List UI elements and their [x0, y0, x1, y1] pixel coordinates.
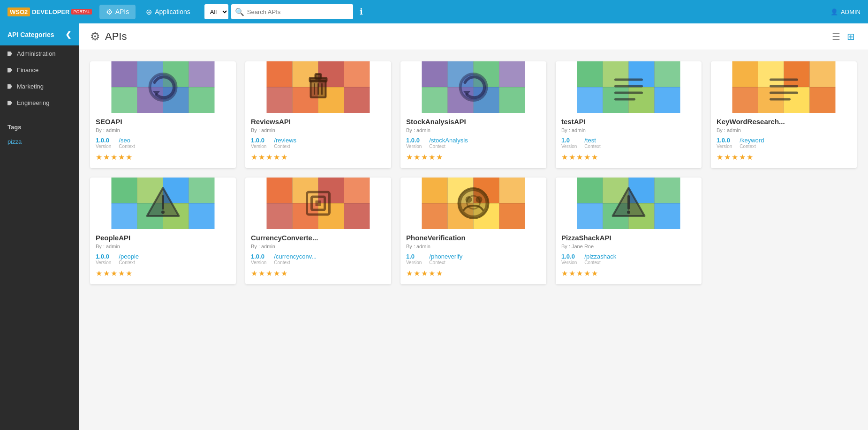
tab-applications[interactable]: ⊕ Applications [139, 5, 197, 19]
api-card-author: By : admin [96, 244, 230, 249]
api-card-stars[interactable]: ★★★★★ [251, 269, 385, 278]
api-version-group: 1.0.0 Version [561, 253, 577, 265]
api-context-group: /people Context [119, 253, 139, 265]
api-context-label: Context [119, 144, 135, 149]
search-input[interactable] [247, 8, 349, 15]
api-context-group: /stockAnalysis Context [429, 137, 468, 149]
grid-view-toggle[interactable]: ⊞ [845, 30, 857, 43]
api-card-stars[interactable]: ★★★★★ [406, 269, 541, 278]
svg-rect-3 [189, 61, 215, 87]
sidebar: API Categories ❮ Administration Finance … [0, 23, 79, 430]
tab-apis[interactable]: ⚙ APIs [99, 5, 136, 19]
api-card-meta: 1.0.0 Version /people Context [96, 253, 230, 265]
api-card[interactable]: CurrencyConverte... By : admin 1.0.0 Ver… [245, 178, 391, 284]
api-grid: SEOAPI By : admin 1.0.0 Version /seo Con… [79, 50, 868, 296]
svg-rect-69 [810, 87, 836, 113]
api-version-value: 1.0.0 [717, 137, 732, 144]
api-card-name: PizzaShackAPI [561, 234, 696, 242]
api-card-meta: 1.0 Version /phoneverify Context [406, 253, 541, 265]
sidebar-collapse-icon[interactable]: ❮ [65, 30, 71, 39]
info-icon[interactable]: ℹ [360, 7, 363, 17]
sidebar-item-administration[interactable]: Administration [0, 45, 79, 62]
page-title: ⚙ APIs [90, 30, 127, 43]
api-card-stars[interactable]: ★★★★★ [561, 269, 696, 278]
api-context-group: /keyword Context [740, 137, 764, 149]
api-card[interactable]: PeopleAPI By : admin 1.0.0 Version /peop… [90, 178, 236, 284]
api-card-thumbnail [400, 178, 546, 229]
sidebar-item-marketing[interactable]: Marketing [0, 78, 79, 95]
api-card-stars[interactable]: ★★★★★ [717, 153, 851, 162]
api-card-thumbnail [556, 178, 702, 229]
api-card-stars[interactable]: ★★★★★ [561, 153, 696, 162]
sidebar-tags: pizza [0, 135, 79, 148]
search-icon: 🔍 [235, 7, 244, 16]
api-context-label: Context [429, 260, 462, 265]
category-icon [8, 52, 12, 56]
list-view-toggle[interactable]: ☰ [830, 30, 842, 43]
api-card-body: SEOAPI By : admin 1.0.0 Version /seo Con… [90, 113, 236, 168]
api-card[interactable]: SEOAPI By : admin 1.0.0 Version /seo Con… [90, 61, 236, 168]
api-version-label: Version [406, 260, 422, 265]
svg-rect-0 [112, 61, 137, 87]
svg-rect-93 [267, 178, 293, 203]
api-card-name: CurrencyConverte... [251, 234, 385, 242]
api-card-thumbnail [245, 61, 391, 113]
api-context-group: /seo Context [119, 137, 135, 149]
sidebar-item-finance[interactable]: Finance [0, 62, 79, 78]
api-context-value: /reviews [274, 137, 296, 144]
svg-rect-98 [293, 203, 318, 229]
api-card[interactable]: StockAnalysisAPI By : admin 1.0.0 Versio… [400, 61, 546, 168]
api-card[interactable]: testAPI By : admin 1.0 Version /test Con… [556, 61, 702, 168]
api-context-value: /keyword [740, 137, 764, 144]
view-toggles: ☰ ⊞ [830, 30, 857, 43]
api-card-meta: 1.0.0 Version /reviews Context [251, 137, 385, 149]
sidebar-item-label: Marketing [17, 83, 44, 90]
api-context-group: /test Context [584, 137, 600, 149]
sidebar-item-engineering[interactable]: Engineering [0, 95, 79, 111]
api-context-label: Context [274, 260, 317, 265]
api-context-value: /test [584, 137, 600, 144]
api-card-stars[interactable]: ★★★★★ [96, 153, 230, 162]
api-card-stars[interactable]: ★★★★★ [406, 153, 541, 162]
api-version-group: 1.0 Version [561, 137, 577, 149]
api-version-value: 1.0.0 [96, 137, 111, 144]
sidebar-tag-pizza[interactable]: pizza [0, 135, 79, 148]
svg-rect-28 [316, 74, 321, 79]
api-context-value: /currencyconv... [274, 253, 317, 260]
api-card[interactable]: PizzaShackAPI By : Jane Roe 1.0.0 Versio… [556, 178, 702, 284]
api-card-author: By : admin [251, 127, 385, 133]
api-card-meta: 1.0 Version /test Context [561, 137, 696, 149]
api-context-label: Context [119, 260, 139, 265]
svg-rect-63 [758, 61, 784, 87]
api-context-label: Context [584, 144, 600, 149]
svg-rect-21 [344, 87, 370, 113]
api-card-stars[interactable]: ★★★★★ [251, 153, 385, 162]
svg-rect-66 [732, 87, 758, 113]
sidebar-header: API Categories ❮ [0, 23, 79, 45]
svg-rect-129 [577, 203, 603, 229]
api-context-label: Context [740, 144, 764, 149]
api-context-group: /currencyconv... Context [274, 253, 317, 265]
api-card-stars[interactable]: ★★★★★ [96, 269, 230, 278]
api-card-body: ReviewsAPI By : admin 1.0.0 Version /rev… [245, 113, 391, 168]
api-version-group: 1.0.0 Version [96, 253, 111, 265]
admin-button[interactable]: 👤 ADMIN [830, 8, 860, 15]
api-version-value: 1.0.0 [406, 137, 422, 144]
api-version-label: Version [561, 144, 577, 149]
api-card[interactable]: ReviewsAPI By : admin 1.0.0 Version /rev… [245, 61, 391, 168]
api-card-name: PhoneVerification [406, 234, 541, 242]
svg-rect-100 [344, 203, 370, 229]
svg-rect-96 [344, 178, 370, 203]
filter-select[interactable]: All [204, 4, 228, 19]
api-version-label: Version [251, 144, 266, 149]
svg-point-120 [459, 188, 489, 218]
api-card[interactable]: KeyWordResearch... By : admin 1.0.0 Vers… [711, 61, 857, 168]
api-version-value: 1.0.0 [561, 253, 577, 260]
api-card[interactable]: PhoneVerification By : admin 1.0 Version… [400, 178, 546, 284]
api-card-body: PhoneVerification By : admin 1.0 Version… [400, 229, 546, 284]
svg-rect-48 [629, 61, 655, 87]
svg-rect-111 [499, 178, 525, 203]
svg-rect-49 [655, 61, 680, 87]
api-card-body: PizzaShackAPI By : Jane Roe 1.0.0 Versio… [556, 229, 702, 284]
api-card-thumbnail [711, 61, 857, 113]
